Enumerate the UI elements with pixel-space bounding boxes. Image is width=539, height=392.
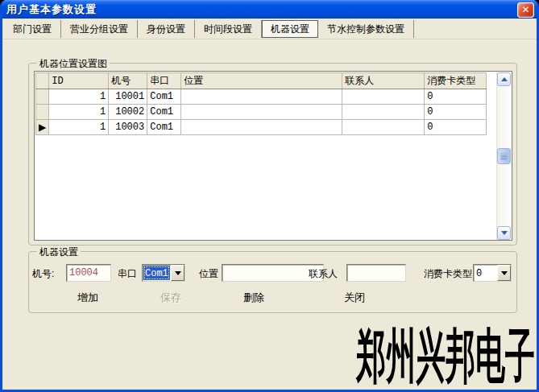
delete-button[interactable]: 删除 [243,291,264,305]
title-bar[interactable]: 用户基本参数设置 ✕ [0,0,539,19]
cell-contact[interactable] [342,89,425,105]
col-header-serial-port[interactable]: 串口 [147,73,181,89]
cell-location[interactable] [181,120,342,135]
cell-contact[interactable] [342,105,425,120]
current-record-arrow-icon[interactable]: ▶ [36,120,49,135]
cell-machine-no[interactable]: 10002 [109,105,147,120]
cell-card-type[interactable]: 0 [425,120,487,135]
save-button[interactable]: 保存 [160,291,181,305]
chevron-down-icon[interactable] [171,265,185,281]
scroll-down-icon[interactable] [497,226,511,240]
tab-identity-settings[interactable]: 身份设置 [138,20,195,38]
card-type-select[interactable]: 0 [473,264,512,282]
cell-card-type[interactable]: 0 [425,105,487,120]
cell-serial-port[interactable]: Com1 [147,89,181,105]
col-header-contact[interactable]: 联系人 [342,73,425,89]
col-header-machine-no[interactable]: 机号 [109,73,147,89]
card-type-label: 消费卡类型 [424,267,472,281]
vendor-watermark: 郑州兴邦电子 [356,326,535,385]
row-selector-header [36,73,49,89]
cell-machine-no[interactable]: 10003 [109,120,147,135]
vertical-scrollbar[interactable] [496,72,510,240]
row-selector[interactable] [36,105,49,120]
col-header-location[interactable]: 位置 [181,73,342,89]
contact-input[interactable] [346,264,406,282]
chevron-down-icon[interactable] [497,265,511,281]
machine-no-label: 机号: [32,267,54,281]
cell-card-type[interactable]: 0 [425,89,487,105]
col-header-id[interactable]: ID [49,73,109,89]
scroll-up-icon[interactable] [497,72,511,86]
cell-location[interactable] [181,105,342,120]
serial-port-select[interactable]: Com1 [142,264,185,282]
table-row[interactable]: ▶ 1 10003 Com1 0 [36,120,487,135]
cell-id[interactable]: 1 [49,105,109,120]
add-button[interactable]: 增加 [77,291,98,305]
machine-position-group-title: 机器位置设置图 [37,57,110,71]
machine-table: ID 机号 串口 位置 联系人 消费卡类型 1 10001 Com1 0 [35,72,487,135]
close-button[interactable]: 关闭 [344,291,365,305]
serial-port-value: Com1 [143,266,170,280]
machine-settings-groupbox: 机器设置 机号: 串口 Com1 位置 联系人 消费卡类型 0 增加 保存 删除… [28,251,517,313]
serial-port-label: 串口 [118,267,137,281]
window-title: 用户基本参数设置 [0,2,97,17]
cell-machine-no[interactable]: 10001 [109,89,147,105]
tab-bar: 部门设置 营业分组设置 身份设置 时间段设置 机器设置 节水控制参数设置 [2,19,537,39]
machine-position-groupbox: 机器位置设置图 ID 机号 串口 位置 联系人 消费卡类型 [28,63,517,246]
machine-no-input[interactable] [66,264,111,282]
row-selector[interactable] [36,89,49,105]
tab-machine-settings[interactable]: 机器设置 [262,20,318,38]
tab-business-group-settings[interactable]: 营业分组设置 [61,20,138,38]
cell-location[interactable] [181,89,342,105]
scrollbar-thumb[interactable] [497,148,511,164]
cell-id[interactable]: 1 [49,89,109,105]
cell-id[interactable]: 1 [49,120,109,135]
machine-grid-panel: ID 机号 串口 位置 联系人 消费卡类型 1 10001 Com1 0 [34,71,512,241]
cell-serial-port[interactable]: Com1 [147,105,181,120]
card-type-value: 0 [475,266,496,280]
location-label: 位置 [199,267,218,281]
tab-department-settings[interactable]: 部门设置 [4,20,61,38]
dialog-window: 用户基本参数设置 ✕ 部门设置 营业分组设置 身份设置 时间段设置 机器设置 节… [0,0,539,392]
table-row[interactable]: 1 10002 Com1 0 [36,105,487,120]
machine-settings-group-title: 机器设置 [37,246,81,259]
contact-label: 联系人 [309,267,338,281]
table-header-row: ID 机号 串口 位置 联系人 消费卡类型 [36,73,487,89]
close-icon[interactable]: ✕ [517,2,534,18]
tab-water-saving-settings[interactable]: 节水控制参数设置 [318,20,414,38]
cell-contact[interactable] [342,120,425,135]
table-row[interactable]: 1 10001 Com1 0 [36,89,487,105]
cell-serial-port[interactable]: Com1 [147,120,181,135]
tab-time-period-settings[interactable]: 时间段设置 [195,20,262,38]
col-header-card-type[interactable]: 消费卡类型 [425,73,487,89]
